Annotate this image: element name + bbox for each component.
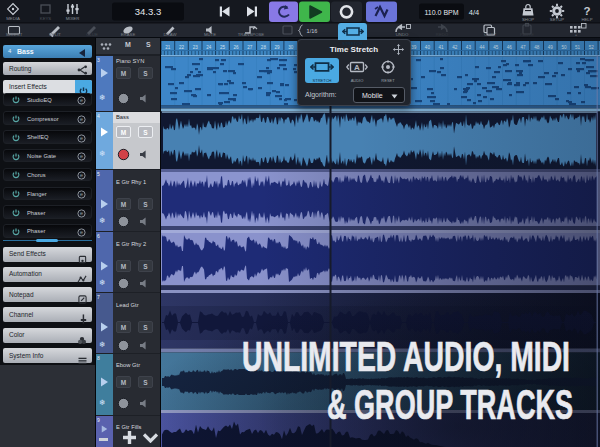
svg-text:e: e <box>80 173 83 179</box>
svg-text:ERASE: ERASE <box>121 32 136 37</box>
svg-text:34.3.3: 34.3.3 <box>135 6 161 17</box>
svg-text:SHOP: SHOP <box>522 17 534 22</box>
svg-text:e: e <box>80 191 83 197</box>
svg-text:HELP: HELP <box>581 17 592 22</box>
svg-text:e: e <box>80 97 83 103</box>
svg-text:DRAW: DRAW <box>164 32 178 37</box>
svg-text:e: e <box>80 116 83 122</box>
svg-text:TRANSPOSE: TRANSPOSE <box>238 32 265 37</box>
svg-text:SELECT: SELECT <box>6 32 23 37</box>
svg-text:UNDO: UNDO <box>396 32 409 37</box>
svg-text:SETUP: SETUP <box>550 17 564 22</box>
svg-text:e: e <box>80 154 83 160</box>
svg-text:4/4: 4/4 <box>469 8 479 17</box>
svg-text:1/16: 1/16 <box>307 28 318 34</box>
svg-text:UNLIMITED AUDIO, MIDI: UNLIMITED AUDIO, MIDI <box>242 333 570 380</box>
svg-text:PASTE: PASTE <box>520 32 534 37</box>
svg-text:e: e <box>80 135 83 141</box>
svg-text:GLUE: GLUE <box>86 32 98 37</box>
svg-text:& GROUP TRACKS: & GROUP TRACKS <box>327 380 573 428</box>
svg-text:?: ? <box>583 5 590 17</box>
svg-text:REDO: REDO <box>436 32 449 37</box>
svg-text:A: A <box>354 63 360 72</box>
svg-text:MUTE: MUTE <box>204 32 216 37</box>
svg-text:KEYS: KEYS <box>40 16 52 21</box>
svg-text:COPY: COPY <box>484 32 496 37</box>
svg-text:MIXER: MIXER <box>66 16 80 21</box>
svg-text:e: e <box>80 210 83 216</box>
svg-text:110.0 BPM: 110.0 BPM <box>424 9 458 16</box>
svg-text:e: e <box>80 229 83 235</box>
svg-text:SPLIT: SPLIT <box>49 32 61 37</box>
svg-text:MEDIA: MEDIA <box>6 16 20 21</box>
